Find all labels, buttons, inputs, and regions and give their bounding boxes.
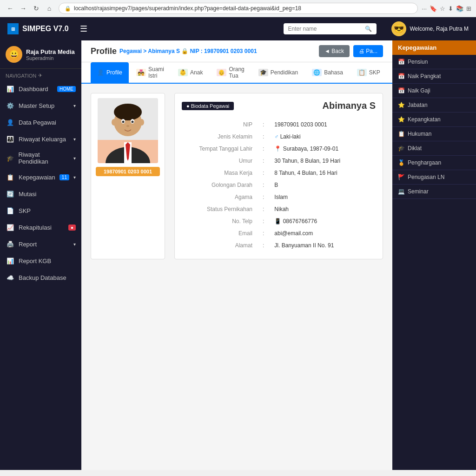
right-sidebar-item-diklat[interactable]: 🎓 Diklat bbox=[392, 141, 476, 156]
sidebar-item-mutasi[interactable]: 🔄 Mutasi bbox=[0, 185, 81, 202]
page-header-actions: ◄ Back 🖨 Pa... bbox=[319, 45, 383, 57]
rekapitulasi-badge: ● bbox=[68, 225, 76, 231]
back-button[interactable]: ◄ Back bbox=[319, 45, 350, 57]
field-value: 8 Tahun, 4 Bulan, 16 Hari bbox=[270, 167, 375, 178]
refresh-button[interactable]: ↻ bbox=[31, 3, 42, 14]
page-title: Profile Pegawai > Abimanya S 🔒 NIP : 198… bbox=[91, 46, 257, 56]
table-row: Tempat Tanggal Lahir : 📍 Surabaya, 1987-… bbox=[183, 143, 375, 154]
table-row: Umur : 30 Tahun, 8 Bulan, 19 Hari bbox=[183, 155, 375, 166]
sidebar-item-label: Dashboard bbox=[19, 86, 48, 93]
sidebar-item-backup-database[interactable]: ☁️ Backup Database bbox=[0, 269, 81, 286]
table-row: Status Pernikahan : Nikah bbox=[183, 204, 375, 215]
employee-id-badge: 19870901 0203 0001 bbox=[96, 167, 160, 176]
right-sidebar-item-naik-pangkat[interactable]: 📅 Naik Pangkat bbox=[392, 69, 476, 84]
field-value: B bbox=[270, 179, 375, 191]
sidebar-item-label: Report bbox=[19, 241, 37, 248]
tab-skp-icon: 📋 bbox=[357, 69, 367, 76]
sidebar-browser-icon[interactable]: ⊞ bbox=[466, 5, 471, 12]
field-label: Tempat Tanggal Lahir bbox=[183, 143, 257, 154]
sidebar-item-dashboard[interactable]: 📊 Dashboard HOME bbox=[0, 80, 81, 97]
naik-pangkat-icon: 📅 bbox=[398, 73, 405, 79]
page-header-left: Profile Pegawai > Abimanya S 🔒 NIP : 198… bbox=[91, 46, 257, 56]
sidebar-username: Raja Putra Media bbox=[26, 48, 75, 55]
kepangkatan-icon: ⭐ bbox=[398, 116, 405, 123]
kepangkatan-label: Kepangkatan bbox=[408, 116, 441, 123]
report-icon: 🖨️ bbox=[6, 239, 15, 249]
hukuman-icon: 📋 bbox=[398, 131, 405, 137]
svg-point-12 bbox=[112, 119, 116, 126]
right-sidebar-item-kepangkatan[interactable]: ⭐ Kepangkatan bbox=[392, 112, 476, 127]
lock-icon: 🔒 bbox=[65, 6, 71, 12]
kepegawaian-icon: 📋 bbox=[6, 172, 15, 182]
right-sidebar-item-seminar[interactable]: 💻 Seminar bbox=[392, 185, 476, 199]
right-sidebar-item-penugasan-ln[interactable]: 🚩 Penugasan LN bbox=[392, 170, 476, 185]
field-value: Jl. Banyuaman II No. 91 bbox=[270, 240, 375, 251]
page-header: Profile Pegawai > Abimanya S 🔒 NIP : 198… bbox=[81, 40, 392, 62]
search-input[interactable] bbox=[288, 26, 362, 32]
reader-icon[interactable]: 📚 bbox=[456, 5, 463, 12]
sidebar-item-rekapitulasi[interactable]: 📈 Rekapitulasi ● bbox=[0, 219, 81, 236]
sidebar-item-riwayat-pendidikan[interactable]: 🎓 Riwayat Pendidikan ▾ bbox=[0, 147, 81, 169]
tabs-bar: 👤 Profile 💑 Suami Istri 👶 Anak 👴 Orang T… bbox=[81, 62, 392, 84]
tab-pendidikan[interactable]: 🎓 Pendidikan bbox=[252, 62, 304, 84]
back-button[interactable]: ← bbox=[5, 3, 16, 14]
tab-kgb[interactable]: ✏️ KGB bbox=[388, 62, 392, 84]
search-icon[interactable]: 🔍 bbox=[365, 26, 372, 32]
nav-user: 😎 Welcome, Raja Putra M bbox=[391, 21, 469, 36]
field-label: Umur bbox=[183, 155, 257, 166]
print-button[interactable]: 🖨 Pa... bbox=[353, 45, 383, 57]
download-icon[interactable]: ⬇ bbox=[448, 5, 453, 12]
tab-orang-tua[interactable]: 👴 Orang Tua bbox=[210, 62, 251, 84]
right-sidebar-item-naik-gaji[interactable]: 📅 Naik Gaji bbox=[392, 84, 476, 98]
right-sidebar-item-hukuman[interactable]: 📋 Hukuman bbox=[392, 127, 476, 141]
tab-suami-istri-icon: 💑 bbox=[136, 69, 146, 76]
menu-dots[interactable]: ··· bbox=[422, 5, 427, 12]
brand-title: SIMPEG V7.0 bbox=[22, 25, 69, 33]
field-label: Status Pernikahan bbox=[183, 204, 257, 215]
right-sidebar-item-pensiun[interactable]: 📅 Pensiun bbox=[392, 55, 476, 69]
riwayat-keluarga-icon: 👨‍👩‍👧 bbox=[6, 134, 15, 144]
sidebar-item-label: Riwayat Keluarga bbox=[19, 136, 66, 143]
address-bar[interactable]: 🔒 localhost/rajasimpegv7/pages/superadmi… bbox=[59, 3, 418, 14]
sidebar-item-riwayat-keluarga[interactable]: 👨‍👩‍👧 Riwayat Keluarga ▾ bbox=[0, 131, 81, 147]
table-row: NIP : 19870901 0203 0001 bbox=[183, 119, 375, 130]
search-box[interactable]: 🔍 bbox=[284, 23, 377, 34]
report-kgb-icon: 📊 bbox=[6, 256, 15, 265]
brand-icon: ⊞ bbox=[7, 23, 19, 34]
main-layout: 😀 Raja Putra Media Superadmin Navigation… bbox=[0, 40, 476, 470]
tab-bahasa[interactable]: 🌐 Bahasa bbox=[305, 62, 350, 84]
table-row: Golongan Darah : B bbox=[183, 179, 375, 191]
location-icon: 📍 bbox=[274, 145, 281, 152]
main-content: Profile Pegawai > Abimanya S 🔒 NIP : 198… bbox=[81, 40, 392, 470]
tab-bahasa-label: Bahasa bbox=[324, 69, 343, 76]
bookmark-icon[interactable]: 🔖 bbox=[430, 5, 437, 12]
sidebar-item-skp[interactable]: 📄 SKP bbox=[0, 202, 81, 219]
penghargaan-icon: 🏅 bbox=[398, 159, 405, 166]
table-row: No. Telp : 📱 08676766776 bbox=[183, 216, 375, 227]
right-sidebar-item-jabatan[interactable]: ⭐ Jabatan bbox=[392, 98, 476, 112]
forward-button[interactable]: → bbox=[18, 3, 29, 14]
backup-icon: ☁️ bbox=[6, 273, 15, 282]
field-value: ♂ Laki-laki bbox=[270, 131, 375, 142]
sidebar-item-report[interactable]: 🖨️ Report ▾ bbox=[0, 236, 81, 252]
jabatan-icon: ⭐ bbox=[398, 102, 405, 108]
sidebar-item-report-kgb[interactable]: 📊 Report KGB bbox=[0, 252, 81, 269]
data-pegawai-icon: 👤 bbox=[6, 118, 15, 127]
star-icon[interactable]: ☆ bbox=[440, 5, 445, 12]
sidebar-item-data-pegawai[interactable]: 👤 Data Pegawai bbox=[0, 114, 81, 131]
tab-skp[interactable]: 📋 SKP bbox=[350, 62, 387, 84]
tab-suami-istri[interactable]: 💑 Suami Istri bbox=[130, 62, 171, 84]
penugasan-ln-label: Penugasan LN bbox=[408, 174, 444, 180]
sidebar-item-kepegawaian[interactable]: 📋 Kepegawaian 11 ▾ bbox=[0, 169, 81, 185]
tab-anak[interactable]: 👶 Anak bbox=[172, 62, 209, 84]
right-sidebar-item-penghargaan[interactable]: 🏅 Penghargaan bbox=[392, 156, 476, 170]
hamburger-menu[interactable]: ☰ bbox=[80, 24, 87, 34]
phone-icon: 📱 bbox=[274, 218, 281, 225]
sidebar-item-master-setup[interactable]: ⚙️ Master Setup ▾ bbox=[0, 97, 81, 114]
tab-profile[interactable]: 👤 Profile bbox=[91, 62, 129, 84]
naik-pangkat-label: Naik Pangkat bbox=[408, 73, 441, 79]
home-button[interactable]: ⌂ bbox=[44, 3, 55, 14]
employee-photo bbox=[98, 98, 158, 163]
field-label: No. Telp bbox=[183, 216, 257, 227]
table-row: Jenis Kelamin : ♂ Laki-laki bbox=[183, 131, 375, 142]
